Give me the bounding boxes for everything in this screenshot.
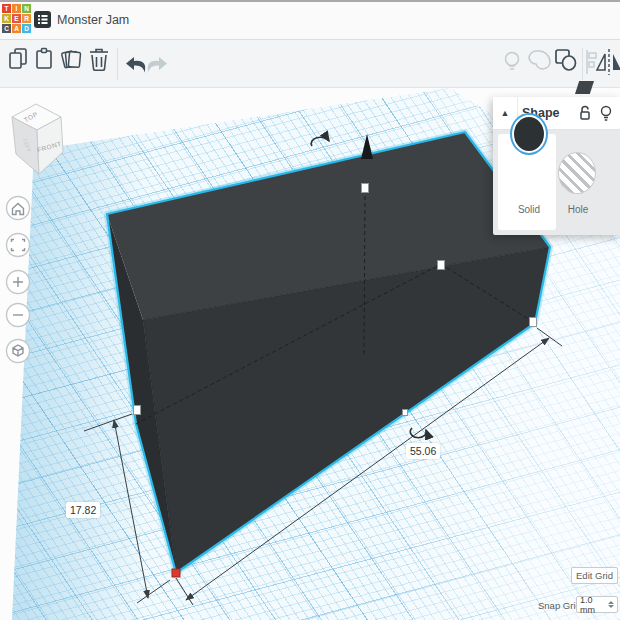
- show-all-icon[interactable]: [506, 53, 519, 70]
- corner-handle-back-right[interactable]: [438, 261, 445, 270]
- edge-handle-bottom[interactable]: [403, 410, 408, 416]
- ungroup-icon[interactable]: [556, 50, 576, 70]
- edit-icons: [6, 40, 176, 88]
- box-shape[interactable]: [107, 132, 550, 573]
- toolbar-separator: [582, 48, 583, 80]
- logo-cell: A: [12, 24, 21, 33]
- logo-cell: E: [12, 14, 21, 23]
- corner-handle-back-left[interactable]: [134, 406, 141, 415]
- tinkercad-app: T I N K E R C A D Monster Jam: [0, 0, 620, 620]
- logo-cell: D: [22, 24, 31, 33]
- hole-label: Hole: [553, 204, 603, 215]
- undo-icon[interactable]: [126, 57, 145, 73]
- group-icon[interactable]: [529, 51, 550, 69]
- edit-grid-button[interactable]: Edit Grid: [571, 567, 618, 584]
- dimension-length-label[interactable]: 55.06: [406, 443, 440, 459]
- view-cube[interactable]: TOP FRONT LEFT: [12, 104, 63, 174]
- zoom-in-button[interactable]: [7, 271, 30, 294]
- dimension-height-label[interactable]: 17.82: [66, 502, 100, 518]
- shape-inspector-panel: ▲ Shape Solid Hole: [493, 97, 620, 235]
- snap-grid-caret: [608, 601, 614, 608]
- logo-cell: T: [2, 4, 11, 13]
- design-title[interactable]: Monster Jam: [57, 0, 129, 40]
- rotate-handle-top[interactable]: [311, 137, 329, 146]
- logo-cell: N: [22, 4, 31, 13]
- snap-grid-select[interactable]: 1.0 mm: [576, 596, 618, 613]
- logo-cell: R: [22, 14, 31, 23]
- collapse-panel-icon[interactable]: ▲: [493, 108, 517, 118]
- perspective-toggle-button[interactable]: [7, 340, 30, 363]
- snap-grid-label: Snap Grid: [538, 600, 581, 611]
- delete-icon[interactable]: [90, 50, 108, 71]
- solid-swatch-fill: [514, 117, 544, 151]
- duplicate-icon[interactable]: [61, 51, 80, 68]
- fit-view-button[interactable]: [7, 234, 30, 257]
- logo-cell: K: [2, 14, 11, 23]
- align-icon[interactable]: [587, 50, 596, 74]
- zoom-out-button[interactable]: [7, 304, 30, 327]
- design-properties-icon[interactable]: [34, 11, 51, 28]
- logo-cell: I: [12, 4, 21, 13]
- toolbar: [0, 40, 620, 88]
- logo-cell: C: [2, 24, 11, 33]
- hole-swatch[interactable]: [558, 152, 596, 194]
- redo-icon[interactable]: [148, 57, 167, 73]
- solid-swatch[interactable]: [510, 113, 548, 155]
- tinkercad-logo[interactable]: T I N K E R C A D: [2, 4, 33, 35]
- arrange-icons: [498, 40, 620, 88]
- corner-handle-active[interactable]: [172, 569, 180, 577]
- solid-label: Solid: [504, 204, 554, 215]
- raise-handle-cone[interactable]: [361, 134, 373, 159]
- corner-handle-front-right[interactable]: [530, 318, 537, 327]
- home-view-button[interactable]: [7, 197, 30, 220]
- copy-icon[interactable]: [10, 49, 26, 68]
- mirror-icon[interactable]: [597, 49, 620, 75]
- toolbar-separator: [117, 48, 118, 80]
- height-scale-handle[interactable]: [362, 184, 369, 193]
- app-header: T I N K E R C A D Monster Jam: [0, 0, 620, 40]
- unlock-icon[interactable]: [578, 105, 592, 121]
- snap-grid-value: 1.0 mm: [580, 595, 608, 615]
- view-controls: [7, 197, 30, 363]
- hide-shape-icon[interactable]: [600, 105, 612, 122]
- paste-icon[interactable]: [37, 49, 51, 69]
